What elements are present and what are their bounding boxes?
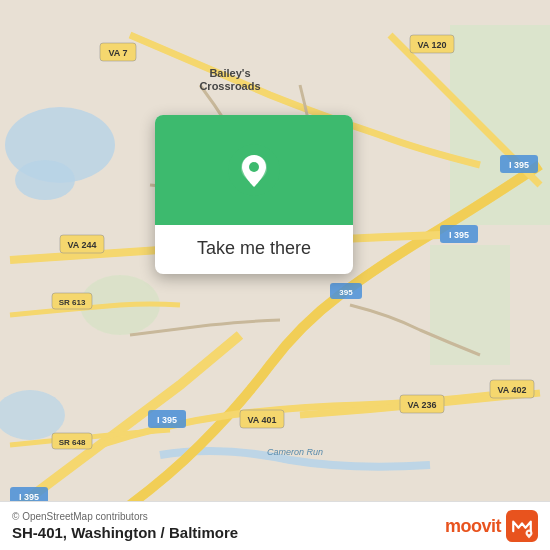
svg-point-40 [528,532,531,535]
svg-text:VA 7: VA 7 [108,48,127,58]
svg-point-5 [0,390,65,440]
svg-text:395: 395 [339,288,353,297]
location-title: SH-401, Washington / Baltimore [12,524,238,541]
popup-header [155,115,353,225]
location-pin-icon [228,144,280,196]
svg-text:SR 648: SR 648 [59,438,86,447]
svg-text:I 395: I 395 [449,230,469,240]
svg-point-37 [249,162,259,172]
svg-text:Cameron Run: Cameron Run [267,447,323,457]
moovit-logo: moovit [445,510,538,542]
svg-text:VA 402: VA 402 [497,385,526,395]
take-me-there-label: Take me there [197,238,311,258]
svg-text:SR 613: SR 613 [59,298,86,307]
svg-text:VA 120: VA 120 [417,40,446,50]
map-container: I 395 I 395 395 I 395 I 395 VA 7 VA 244 … [0,0,550,550]
svg-text:VA 244: VA 244 [67,240,96,250]
bottom-left-info: © OpenStreetMap contributors SH-401, Was… [12,511,238,541]
svg-text:I 395: I 395 [509,160,529,170]
svg-rect-4 [430,245,510,365]
svg-point-1 [15,160,75,200]
popup-body: Take me there [155,225,353,274]
svg-text:VA 401: VA 401 [247,415,276,425]
svg-text:VA 236: VA 236 [407,400,436,410]
bottom-bar: © OpenStreetMap contributors SH-401, Was… [0,501,550,550]
moovit-icon [506,510,538,542]
svg-text:Crossroads: Crossroads [199,80,260,92]
svg-text:I 395: I 395 [157,415,177,425]
osm-credit: © OpenStreetMap contributors [12,511,238,522]
moovit-text-label: moovit [445,516,501,537]
svg-text:Bailey's: Bailey's [209,67,250,79]
map-svg: I 395 I 395 395 I 395 I 395 VA 7 VA 244 … [0,0,550,550]
popup-card: Take me there [155,115,353,274]
